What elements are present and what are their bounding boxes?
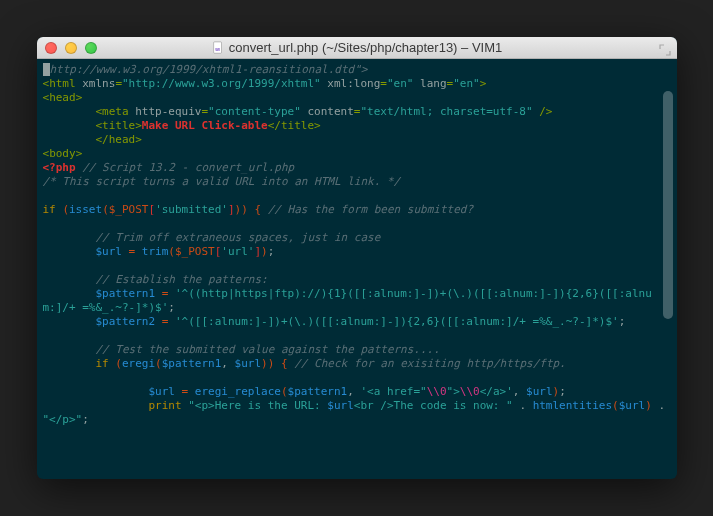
code-text: \\0 [460,385,480,398]
code-text: $pattern1 [288,385,348,398]
code-text: content [307,105,353,118]
code-text: $url [526,385,553,398]
code-text: $_POST [175,245,215,258]
code-text: // Trim off extraneous spaces, just in c… [95,231,380,244]
code-text: "en" [387,77,414,90]
code-text: $pattern2 [95,315,155,328]
code-text: "</p>" [43,413,83,426]
code-text: head [49,91,76,104]
code-text: = [182,385,189,398]
code-text: $pattern1 [162,357,222,370]
code-text: xml:long [327,77,380,90]
scrollbar-thumb[interactable] [663,91,673,319]
code-text: $url [619,399,646,412]
code-text: eregi [122,357,155,370]
code-text: $url [95,245,122,258]
code-text: // Establish the patterns: [95,273,267,286]
code-text: 'submitted' [155,203,228,216]
code-text: = [129,245,136,258]
code-text: "en" [453,77,480,90]
code-text: "http://www.w3.org/1999/xhtml" [122,77,321,90]
code-editor[interactable]: http://www.w3.org/1999/xhtml1-reansition… [37,59,677,479]
code-text: . [519,399,526,412]
code-text: $url [235,357,262,370]
code-text: "<p>Here is the URL: [188,399,327,412]
code-text: meta [102,105,129,118]
code-text: // Test the submitted value against the … [95,343,439,356]
zoom-icon[interactable] [85,42,97,54]
code-text: http://www.w3.org/1999/xhtml1-reansition… [50,63,355,76]
code-text: /* This script turns a valid URL into an… [43,175,401,188]
code-text: $pattern1 [95,287,155,300]
code-text: body [49,147,76,160]
code-text: <?php [43,161,76,174]
expand-icon[interactable] [659,42,671,54]
code-text: // Has the form been submitted? [268,203,473,216]
code-text: $_POST [109,203,149,216]
code-text: // Script 13.2 - convert_url.php [82,161,294,174]
svg-text:php: php [215,47,220,51]
code-text: title [281,119,314,132]
code-text: if [43,203,56,216]
app-window: php convert_url.php (~/Sites/php/chapter… [37,37,677,479]
code-text: eregi_replace [195,385,281,398]
scrollbar-track[interactable] [661,89,675,469]
code-text: http-equiv [135,105,201,118]
code-text: 'url' [221,245,254,258]
code-text: html [49,77,76,90]
window-body: http://www.w3.org/1999/xhtml1-reansition… [37,59,677,479]
code-text: <br />The code is now: " [354,399,513,412]
code-text: = [162,315,169,328]
code-text: title [102,119,135,132]
code-text: // Check for an exisiting http/https/ftp… [294,357,566,370]
code-text: isset [69,203,102,216]
text-cursor [43,63,50,76]
traffic-lights [45,42,97,54]
close-icon[interactable] [45,42,57,54]
code-text: xmlns [82,77,115,90]
title-center: php convert_url.php (~/Sites/php/chapter… [45,40,669,55]
code-text: '^([[:alnum:]-])+(\.)([[:alnum:]-]){2,6}… [175,315,619,328]
code-text: "> [354,63,367,76]
code-text: lang [420,77,447,90]
code-text: head [109,133,136,146]
code-text: Make URL Click-able [142,119,268,132]
code-text: \\0 [427,385,447,398]
minimize-icon[interactable] [65,42,77,54]
code-text: htmlentities [533,399,612,412]
code-text: "content-type" [208,105,301,118]
code-text: </a>' [480,385,513,398]
code-text: print [148,399,181,412]
window-title: convert_url.php (~/Sites/php/chapter13) … [229,40,503,55]
document-icon: php [211,41,225,55]
code-text: '<a href=" [360,385,426,398]
code-text: $url [327,399,354,412]
code-text: if [95,357,108,370]
code-text: trim [142,245,169,258]
code-text: = [162,287,169,300]
titlebar[interactable]: php convert_url.php (~/Sites/php/chapter… [37,37,677,59]
code-text: "text/html; charset=utf-8" [360,105,532,118]
code-text: "> [447,385,460,398]
code-text: $url [148,385,175,398]
